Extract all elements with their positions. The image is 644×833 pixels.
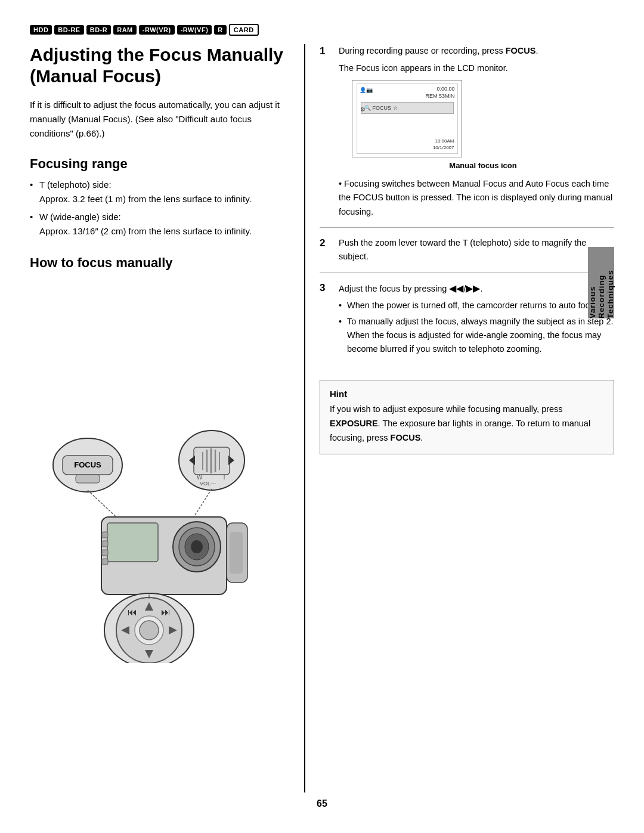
badges-row: HDD BD-RE BD-R RAM -RW(VR) -RW(VF) R CAR… xyxy=(30,24,614,36)
step-2-block: 2 Push the zoom lever toward the T (tele… xyxy=(320,236,614,272)
lcd-left-icons: ⚙ xyxy=(360,105,366,114)
camera-illustration: FOCUS W T VOL— xyxy=(30,283,286,792)
focusing-range-list: T (telephoto) side:Approx. 3.2 feet (1 m… xyxy=(30,178,286,242)
page-title: Adjusting the Focus Manually (Manual Foc… xyxy=(30,44,286,87)
badge-rwvf: -RW(VF) xyxy=(177,25,212,35)
step-1-bullet: • Focusing switches between Manual Focus… xyxy=(339,177,614,219)
lcd-bottom: 10:00AM 10/1/2007 xyxy=(433,138,454,151)
lcd-inner: 👤📷 0:00:00 REM 53MIN 🔍 FOCUS ☆ xyxy=(357,83,458,154)
svg-rect-26 xyxy=(102,550,108,556)
step-2-number: 2 xyxy=(320,236,333,264)
main-layout: Adjusting the Focus Manually (Manual Foc… xyxy=(30,44,614,792)
step-1-number: 1 xyxy=(320,44,333,219)
badge-hdd: HDD xyxy=(30,25,52,35)
lcd-clock: 10:00AM xyxy=(433,138,454,144)
step-1-sub: The Focus icon appears in the LCD monito… xyxy=(339,61,614,75)
right-column-wrapper: 1 During recording pause or recording, p… xyxy=(304,44,614,792)
lcd-icon-1: ⚙ xyxy=(360,105,366,114)
lcd-time: 0:00:00 REM 53MIN xyxy=(425,86,454,100)
right-column: 1 During recording pause or recording, p… xyxy=(304,44,614,792)
side-tab-text: Various Recording Techniques xyxy=(588,247,615,318)
side-tab: Various Recording Techniques xyxy=(588,247,614,318)
step-3-block: 3 Adjust the focus by pressing ◀◀/▶▶. Wh… xyxy=(320,281,614,367)
how-to-focus-heading: How to focus manually xyxy=(30,255,286,271)
lcd-caption: Manual focus icon xyxy=(352,160,614,172)
step-1-intro: During recording pause or recording, pre… xyxy=(339,44,614,58)
focusing-range-heading: Focusing range xyxy=(30,156,286,172)
badge-rwvr: -RW(VR) xyxy=(139,25,175,35)
hint-text: If you wish to adjust exposure while foc… xyxy=(330,402,604,445)
step-2-content: Push the zoom lever toward the T (teleph… xyxy=(339,236,614,264)
hint-title: Hint xyxy=(330,389,604,399)
svg-text:⏮: ⏮ xyxy=(128,607,137,617)
badge-r: R xyxy=(214,25,226,35)
svg-text:FOCUS: FOCUS xyxy=(74,460,101,469)
step-1-block: 1 During recording pause or recording, p… xyxy=(320,44,614,228)
lcd-icons: 👤📷 xyxy=(360,86,373,100)
badge-bdre: BD-RE xyxy=(54,25,83,35)
svg-text:VOL—: VOL— xyxy=(200,481,216,487)
step-1-content: During recording pause or recording, pre… xyxy=(339,44,614,219)
svg-point-31 xyxy=(140,621,159,640)
svg-text:⏭: ⏭ xyxy=(161,607,171,617)
lcd-display: 👤📷 0:00:00 REM 53MIN 🔍 FOCUS ☆ xyxy=(352,80,462,157)
page-container: HDD BD-RE BD-R RAM -RW(VR) -RW(VF) R CAR… xyxy=(0,0,644,833)
step-3-bullet-1: When the power is turned off, the camcor… xyxy=(339,299,614,312)
step-3-number: 3 xyxy=(320,281,333,358)
step-2-text: Push the zoom lever toward the T (teleph… xyxy=(339,236,614,264)
lcd-timecode: 0:00:00 xyxy=(425,86,454,93)
lcd-focus-bar: 🔍 FOCUS ☆ xyxy=(361,102,454,114)
badge-bdr: BD-R xyxy=(86,25,112,35)
svg-rect-3 xyxy=(76,475,100,483)
page-number: 65 xyxy=(30,798,614,809)
svg-rect-40 xyxy=(230,532,243,574)
svg-rect-24 xyxy=(102,532,108,538)
badge-card: CARD xyxy=(229,24,259,36)
focus-text: FOCUS xyxy=(373,104,392,112)
svg-text:T: T xyxy=(222,474,226,481)
svg-line-16 xyxy=(88,490,116,517)
intro-text: If it is difficult to adjust the focus a… xyxy=(30,98,286,141)
svg-rect-25 xyxy=(102,541,108,547)
svg-line-17 xyxy=(194,489,212,517)
focusing-range-item-1: T (telephoto) side:Approx. 3.2 feet (1 m… xyxy=(30,178,286,206)
step-3-intro: Adjust the focus by pressing ◀◀/▶▶. xyxy=(339,281,614,296)
step-3-content: Adjust the focus by pressing ◀◀/▶▶. When… xyxy=(339,281,614,358)
badge-ram: RAM xyxy=(113,25,137,35)
step-3-bullets: When the power is turned off, the camcor… xyxy=(339,299,614,357)
svg-rect-19 xyxy=(107,523,158,562)
lcd-rem: REM 53MIN xyxy=(425,93,454,100)
lcd-top-row: 👤📷 0:00:00 REM 53MIN xyxy=(357,84,457,100)
svg-point-23 xyxy=(191,540,203,553)
focus-mark: ☆ xyxy=(393,104,398,112)
lcd-date: 10/1/2007 xyxy=(433,144,454,151)
svg-rect-27 xyxy=(102,559,108,565)
svg-text:W: W xyxy=(197,474,203,481)
hint-box: Hint If you wish to adjust exposure whil… xyxy=(320,380,614,454)
step-3-bullet-2: To manually adjust the focus, always mag… xyxy=(339,315,614,357)
focusing-range-item-2: W (wide-angle) side:Approx. 13/16″ (2 cm… xyxy=(30,210,286,239)
camera-svg: FOCUS W T VOL— xyxy=(45,413,271,663)
left-column: Adjusting the Focus Manually (Manual Foc… xyxy=(30,44,286,792)
